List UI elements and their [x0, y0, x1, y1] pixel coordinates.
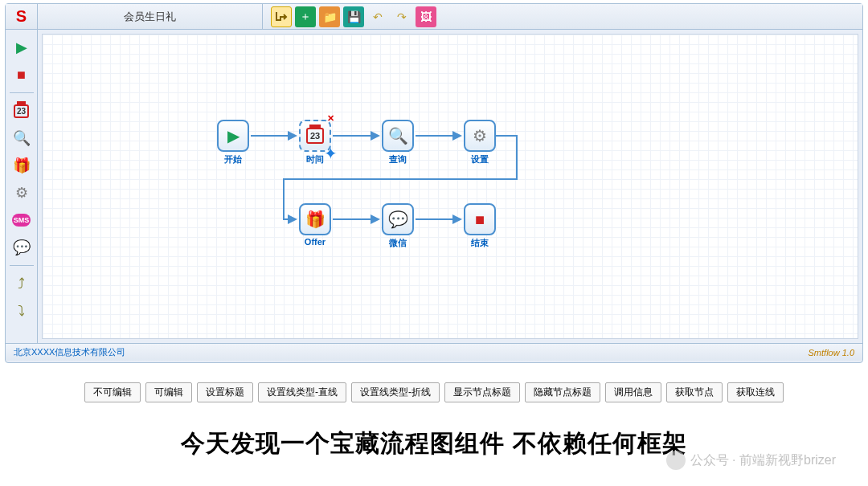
main-area: ▶■23🔍🎁⚙SMS💬⤴⤵ ✦ ▶开始23✕时间🔍查询⚙设置🎁Offer💬微信■… — [6, 30, 862, 343]
version-label: Smtflow 1.0 — [809, 348, 854, 357]
node-icon-offer[interactable]: 🎁 — [299, 203, 331, 235]
action-button-0[interactable]: 不可编辑 — [84, 382, 141, 402]
side-toolbar: ▶■23🔍🎁⚙SMS💬⤴⤵ — [6, 30, 38, 343]
node-icon-end[interactable]: ■ — [464, 203, 496, 235]
watermark: 公众号 · 前端新视野brizer — [666, 451, 836, 470]
action-button-4[interactable]: 设置线类型-折线 — [351, 382, 440, 402]
connections-layer — [43, 35, 858, 338]
node-start[interactable]: ▶开始 — [215, 120, 251, 165]
node-icon-time[interactable]: 23 — [299, 120, 331, 152]
workflow-title: 会员生日礼 — [38, 4, 263, 30]
undo-tool[interactable]: ↶ — [367, 6, 388, 27]
divider — [10, 92, 34, 93]
wechat-icon[interactable]: 💬 — [10, 236, 33, 259]
node-icon-settings[interactable]: ⚙ — [464, 120, 496, 152]
logo: S — [6, 4, 38, 30]
flow-canvas[interactable]: ✦ ▶开始23✕时间🔍查询⚙设置🎁Offer💬微信■结束 — [42, 34, 858, 339]
company-label: 北京XXXX信息技术有限公司 — [14, 346, 125, 358]
gear-icon[interactable]: ⚙ — [10, 182, 33, 204]
node-label-end: 结束 — [462, 237, 497, 249]
action-button-7[interactable]: 调用信息 — [605, 382, 661, 402]
add-tool[interactable]: ＋ — [295, 6, 316, 27]
action-button-6[interactable]: 隐藏节点标题 — [525, 382, 600, 402]
connector-tool[interactable] — [271, 6, 292, 27]
app-frame: S 会员生日礼 ＋📁💾↶↷🖼 ▶■23🔍🎁⚙SMS💬⤴⤵ ✦ ▶ — [5, 3, 863, 363]
node-settings[interactable]: ⚙设置 — [462, 120, 497, 165]
node-wechat[interactable]: 💬微信 — [380, 203, 416, 249]
image-tool[interactable]: 🖼 — [416, 6, 436, 27]
action-button-3[interactable]: 设置线类型-直线 — [258, 382, 346, 402]
node-icon-start[interactable]: ▶ — [217, 120, 249, 152]
folder-tool[interactable]: 📁 — [319, 6, 340, 27]
node-end[interactable]: ■结束 — [462, 203, 497, 249]
top-toolbar: ＋📁💾↶↷🖼 — [263, 6, 436, 27]
sms-icon[interactable]: SMS — [10, 209, 33, 231]
footer-bar: 北京XXXX信息技术有限公司 Smtflow 1.0 — [6, 343, 862, 361]
logo-icon: S — [16, 7, 27, 26]
gift-icon[interactable]: 🎁 — [10, 154, 33, 177]
node-time[interactable]: 23✕时间 — [297, 120, 333, 165]
node-label-offer: Offer — [297, 237, 333, 247]
action-button-5[interactable]: 显示节点标题 — [444, 382, 520, 402]
search-icon[interactable]: 🔍 — [10, 127, 33, 149]
action-button-2[interactable]: 设置标题 — [197, 382, 253, 402]
node-label-start: 开始 — [215, 153, 251, 165]
node-icon-query[interactable]: 🔍 — [382, 120, 414, 152]
divider — [10, 265, 34, 266]
node-offer[interactable]: 🎁Offer — [297, 203, 333, 247]
action-button-8[interactable]: 获取节点 — [666, 382, 723, 402]
action-button-9[interactable]: 获取连线 — [727, 382, 784, 402]
node-label-settings: 设置 — [462, 153, 497, 165]
node-label-time: 时间 — [297, 153, 333, 165]
merge-icon[interactable]: ⤵ — [10, 300, 33, 322]
node-label-wechat: 微信 — [380, 237, 416, 249]
stop-icon[interactable]: ■ — [10, 63, 33, 86]
action-button-1[interactable]: 可编辑 — [145, 382, 192, 402]
play-icon[interactable]: ▶ — [10, 36, 33, 59]
redo-tool[interactable]: ↷ — [391, 6, 412, 27]
calendar-icon[interactable]: 23 — [10, 100, 33, 122]
delete-node-button[interactable]: ✕ — [327, 113, 334, 124]
watermark-text: 公众号 · 前端新视野brizer — [690, 452, 836, 469]
action-button-row: 不可编辑可编辑设置标题设置线类型-直线设置线类型-折线显示节点标题隐藏节点标题调… — [0, 382, 868, 402]
split-icon[interactable]: ⤴ — [10, 272, 33, 295]
header-bar: S 会员生日礼 ＋📁💾↶↷🖼 — [6, 4, 862, 30]
node-icon-wechat[interactable]: 💬 — [382, 203, 414, 235]
watermark-icon — [666, 451, 686, 470]
node-query[interactable]: 🔍查询 — [380, 120, 416, 165]
node-label-query: 查询 — [380, 153, 416, 165]
save-tool[interactable]: 💾 — [343, 6, 364, 27]
